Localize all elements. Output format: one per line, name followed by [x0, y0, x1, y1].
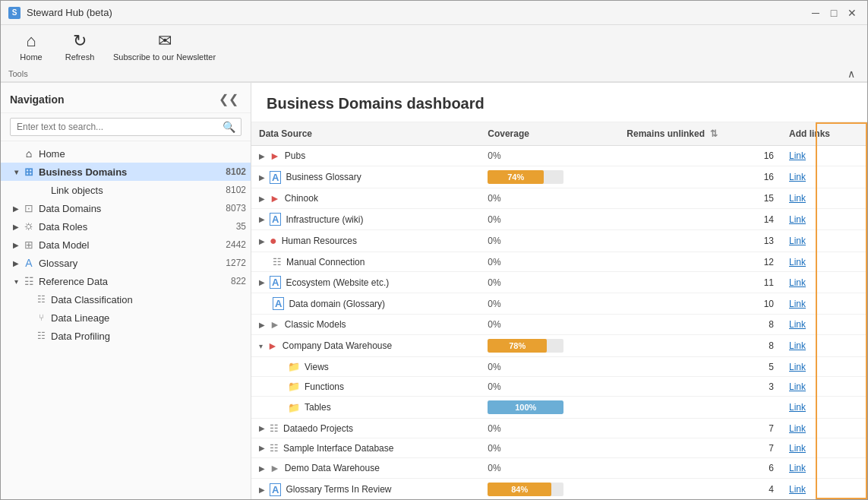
- link-button[interactable]: Link: [789, 236, 806, 246]
- sidebar-item-data-classification[interactable]: ☷ Data Classification: [1, 290, 251, 309]
- table-row: A Data domain (Glossary) 0% 10 Link: [251, 293, 867, 315]
- td-coverage: 0%: [480, 252, 619, 272]
- row-expand-icon[interactable]: ▶: [259, 152, 265, 160]
- sidebar-reference-data-count: 822: [231, 276, 246, 286]
- sidebar-back-button[interactable]: ❮❮: [216, 90, 241, 108]
- row-expand-icon[interactable]: ▶: [259, 195, 265, 203]
- td-link: Link: [781, 166, 867, 188]
- sidebar-data-domains-label: Data Domains: [39, 203, 223, 214]
- sidebar-item-data-roles[interactable]: ▶ ⛭ Data Roles 35: [1, 217, 251, 236]
- link-button[interactable]: Link: [789, 381, 806, 392]
- link-button[interactable]: Link: [789, 319, 806, 330]
- td-link: Link: [781, 479, 867, 500]
- table-row: ☷ Manual Connection 0% 12 Link: [251, 252, 867, 272]
- sidebar-item-home[interactable]: ⌂ Home: [1, 144, 251, 163]
- expand-icon: ▾: [10, 166, 22, 178]
- link-button[interactable]: Link: [789, 443, 806, 454]
- source-name: Sample Interface Database: [283, 443, 393, 454]
- source-name: Tables: [305, 402, 331, 413]
- data-table-wrapper: Data Source Coverage Remains unlinked ⇅ …: [251, 122, 867, 499]
- th-addlinks: Add links: [781, 122, 867, 146]
- collapse-toolbar-button[interactable]: ∧: [843, 66, 860, 81]
- home-button[interactable]: ⌂ Home: [8, 28, 54, 66]
- link-button[interactable]: Link: [789, 299, 806, 309]
- source-name: Pubs: [285, 150, 305, 161]
- source-icon: 📁: [288, 361, 300, 372]
- link-button[interactable]: Link: [789, 214, 806, 225]
- coverage-fill: 78%: [488, 339, 547, 353]
- source-icon: ►: [270, 462, 280, 474]
- sidebar-item-glossary[interactable]: ▶ A Glossary 1272: [1, 254, 251, 272]
- source-name: Business Glossary: [286, 172, 361, 182]
- source-cell: ▶ A Infrastructure (wiki): [259, 213, 472, 226]
- link-button[interactable]: Link: [789, 362, 806, 372]
- source-cell: 📁 Functions: [274, 381, 472, 392]
- td-link: Link: [781, 397, 867, 419]
- link-button[interactable]: Link: [789, 193, 806, 204]
- link-button[interactable]: Link: [789, 484, 806, 495]
- chevron-spacer: [10, 147, 22, 160]
- td-source: ▶ A Infrastructure (wiki): [251, 209, 480, 230]
- source-name: Infrastructure (wiki): [286, 214, 363, 225]
- row-expand-icon[interactable]: ▶: [259, 321, 265, 329]
- sidebar-item-link-objects[interactable]: Link objects 8102: [1, 181, 251, 199]
- refresh-button[interactable]: ↻ Refresh: [57, 28, 103, 66]
- td-link: Link: [781, 146, 867, 166]
- sidebar-item-data-domains[interactable]: ▶ ⊡ Data Domains 8073: [1, 199, 251, 217]
- source-name: Data domain (Glossary): [289, 299, 385, 309]
- row-expand-icon[interactable]: ▶: [259, 424, 265, 432]
- row-expand-icon[interactable]: ▶: [259, 464, 265, 473]
- ref-data-icon: ☷: [22, 274, 36, 288]
- source-icon: ►: [270, 192, 280, 204]
- coverage-text: 0%: [488, 319, 500, 330]
- minimize-button[interactable]: ─: [808, 5, 823, 21]
- row-expand-icon[interactable]: ▶: [259, 486, 265, 494]
- search-box: 🔍: [1, 113, 251, 141]
- coverage-text: 0%: [488, 423, 500, 434]
- td-coverage: 0%: [480, 357, 619, 377]
- toolbar-footer: Tools ∧: [8, 66, 860, 81]
- coverage-text: 0%: [488, 214, 500, 225]
- link-button[interactable]: Link: [789, 423, 806, 434]
- sidebar-item-data-lineage[interactable]: ⑂ Data Lineage: [1, 309, 251, 327]
- row-expand-icon[interactable]: ▶: [259, 278, 265, 286]
- row-expand-icon[interactable]: ▶: [259, 173, 265, 182]
- link-button[interactable]: Link: [789, 463, 806, 473]
- coverage-bar: 100%: [488, 400, 563, 414]
- row-expand-icon[interactable]: ▶: [259, 215, 265, 223]
- filter-icon[interactable]: ⇅: [710, 128, 718, 139]
- search-input[interactable]: [10, 118, 241, 136]
- link-button[interactable]: Link: [789, 277, 806, 288]
- sidebar-item-data-model[interactable]: ▶ ⊞ Data Model 2442: [1, 236, 251, 254]
- home-nav-icon: ⌂: [22, 147, 36, 160]
- row-expand-icon[interactable]: ▶: [259, 237, 265, 245]
- td-link: Link: [781, 252, 867, 272]
- sidebar-item-data-profiling[interactable]: ☷ Data Profiling: [1, 327, 251, 345]
- td-link: Link: [781, 419, 867, 438]
- row-expand-icon[interactable]: ▶: [259, 444, 265, 452]
- sidebar-item-business-domains[interactable]: ▾ ⊞ Business Domains 8102: [1, 163, 251, 181]
- newsletter-button[interactable]: ✉ Subscribe to our Newsletter: [106, 28, 223, 66]
- coverage-bar: 74%: [488, 170, 563, 184]
- sidebar-item-reference-data[interactable]: ▾ ☷ Reference Data 822: [1, 272, 251, 290]
- link-button[interactable]: Link: [789, 150, 806, 161]
- data-roles-icon: ⛭: [22, 220, 36, 233]
- coverage-text: 0%: [488, 463, 500, 473]
- row-expand-icon[interactable]: ▾: [259, 342, 263, 350]
- panel-header: Business Domains dashboard: [251, 83, 867, 122]
- td-coverage: 100%: [480, 397, 619, 419]
- link-button[interactable]: Link: [789, 172, 806, 182]
- source-icon: A: [270, 483, 281, 496]
- link-button[interactable]: Link: [789, 340, 806, 351]
- maximize-button[interactable]: □: [826, 5, 841, 21]
- source-icon: ►: [270, 318, 280, 331]
- data-model-icon: ⊞: [22, 238, 36, 252]
- source-name: Functions: [305, 381, 344, 392]
- link-button[interactable]: Link: [789, 257, 806, 267]
- td-link: Link: [781, 293, 867, 315]
- table-row: 📁 Functions 0% 3 Link: [251, 377, 867, 397]
- link-button[interactable]: Link: [789, 402, 806, 413]
- td-unlinked: 13: [619, 230, 781, 252]
- td-coverage: 78%: [480, 335, 619, 357]
- close-button[interactable]: ✕: [844, 5, 860, 21]
